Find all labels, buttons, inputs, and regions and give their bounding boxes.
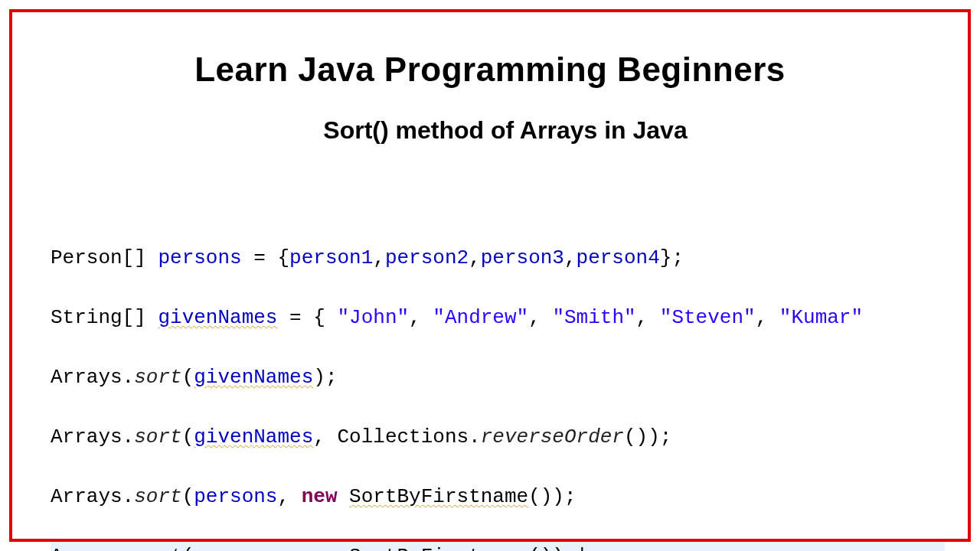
page-title: Learn Java Programming Beginners — [35, 51, 945, 89]
code-line-6: Arrays.sort(persons, new SortByFirstname… — [51, 542, 945, 551]
slide-frame: Learn Java Programming Beginners Sort() … — [9, 9, 971, 542]
code-line-1: Person[] persons = {person1,person2,pers… — [51, 243, 945, 273]
page-subtitle: Sort() method of Arrays in Java — [35, 116, 945, 145]
code-line-2: String[] givenNames = { "John", "Andrew"… — [51, 303, 945, 333]
code-line-4: Arrays.sort(givenNames, Collections.reve… — [51, 422, 945, 452]
code-line-3: Arrays.sort(givenNames); — [51, 363, 945, 393]
text-cursor: | — [577, 545, 589, 551]
code-block: Person[] persons = {person1,person2,pers… — [35, 214, 945, 551]
code-line-5: Arrays.sort(persons, new SortByFirstname… — [51, 482, 945, 512]
